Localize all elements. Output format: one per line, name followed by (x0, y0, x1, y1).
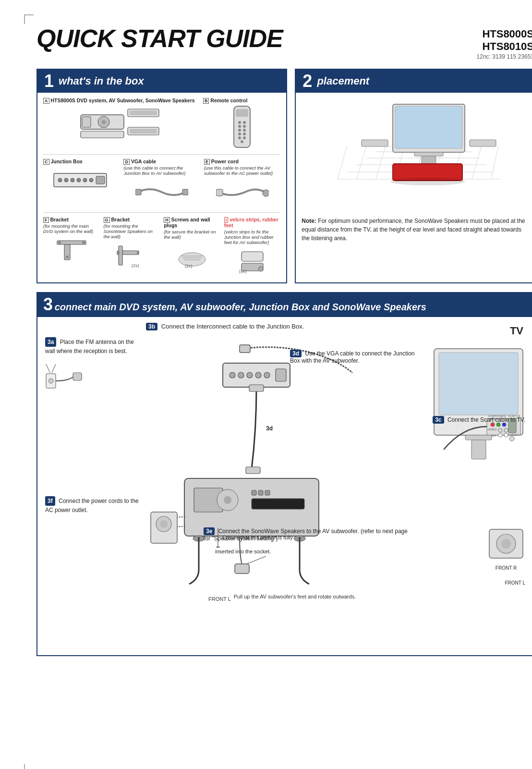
section3-content: 3a Place the FM antenna on the wall wher… (36, 317, 532, 656)
bracket-g-img: (2x) (104, 241, 160, 270)
svg-line-80 (52, 364, 56, 373)
svg-rect-29 (96, 176, 105, 184)
section1-panel: 1 what's in the box A HTS8000S DVD syste… (36, 69, 287, 283)
front-l-label: FRONT L (505, 580, 525, 586)
svg-point-15 (238, 129, 241, 132)
svg-rect-99 (252, 499, 304, 509)
item-E: E Power cord (use this cable to connect … (204, 159, 280, 208)
svg-point-37 (82, 241, 85, 244)
item-H: H Screws and wall plugs (for secure the … (164, 217, 220, 278)
svg-line-103 (247, 556, 266, 564)
section2-title: placement (317, 75, 369, 87)
item-F: F Bracket (for mounting the main DVD sys… (43, 217, 100, 278)
svg-point-83 (230, 372, 235, 378)
page-title: QUICK START GUIDE (36, 24, 283, 53)
velcro-img: (4x) (224, 247, 281, 276)
main-connection-svg: 3d (146, 334, 415, 623)
svg-rect-70 (414, 152, 443, 156)
svg-point-38 (66, 256, 69, 258)
svg-point-23 (58, 178, 62, 182)
svg-point-17 (238, 133, 241, 135)
svg-text:S-VIDEO: S-VIDEO (508, 433, 519, 436)
svg-point-12 (243, 121, 246, 124)
svg-text:(4x): (4x) (239, 269, 247, 274)
svg-line-60 (357, 146, 366, 179)
svg-point-52 (258, 267, 263, 271)
ensure-text: Ensure that this portion is fully insert… (215, 528, 302, 556)
svg-rect-127 (465, 435, 492, 440)
svg-point-11 (238, 121, 241, 124)
svg-rect-31 (182, 189, 188, 195)
svg-rect-81 (240, 345, 250, 353)
svg-rect-74 (362, 140, 388, 146)
svg-point-21 (241, 140, 243, 143)
front-r-label: FRONT R (487, 565, 525, 571)
svg-point-85 (247, 372, 253, 378)
svg-rect-7 (130, 129, 157, 134)
svg-rect-89 (249, 385, 264, 391)
item-D: D VGA cable (use this cable to connect t… (123, 159, 200, 208)
dvd-system-img (43, 105, 198, 139)
screws-img: (2x) (164, 242, 220, 270)
svg-point-42 (137, 252, 139, 254)
center-col: 3b Connect the Interconnect cable to the… (141, 323, 420, 649)
svg-point-13 (238, 125, 241, 128)
svg-rect-30 (135, 189, 141, 195)
connection-diagram: 3a Place the FM antenna on the wall wher… (45, 323, 525, 649)
svg-point-2 (102, 120, 106, 124)
svg-point-24 (64, 178, 68, 182)
step-3d: 3d Use the VGA cable to connect the Junc… (290, 350, 415, 364)
item-C: C Junction Box (43, 159, 120, 208)
svg-rect-75 (470, 140, 496, 146)
svg-line-66 (472, 146, 482, 179)
svg-rect-10 (236, 109, 248, 117)
svg-point-20 (243, 136, 246, 139)
step-3b: 3b Connect the Interconnect cable to the… (146, 323, 415, 330)
svg-point-125 (509, 436, 514, 441)
model-code: 12nc: 3139 115 23653 (477, 53, 532, 60)
section3-number: 3 (43, 294, 53, 314)
placement-note: Note: For optimum sound performance, the… (296, 213, 532, 246)
model-name-1: HTS8000S (477, 28, 532, 40)
svg-rect-32 (216, 189, 223, 196)
section1-number: 1 (44, 73, 54, 90)
section2-panel: 2 placement (295, 69, 532, 283)
svg-point-84 (238, 372, 244, 378)
placement-illustration (296, 93, 532, 213)
svg-point-119 (504, 428, 508, 432)
remote-img (203, 105, 280, 148)
section1-content: A HTS8000S DVD system, AV Subwoofer, Son… (37, 93, 286, 282)
step-3c: 3c Connect the Scart cable to TV. (433, 416, 525, 424)
svg-rect-109 (439, 353, 518, 415)
svg-line-67 (491, 146, 498, 179)
title-text: QUICK START GUIDE (36, 24, 283, 52)
svg-point-87 (264, 372, 270, 378)
svg-text:VIDEO: VIDEO (488, 428, 497, 431)
power-cord-img (204, 178, 280, 207)
fm-antenna-img (45, 359, 141, 400)
svg-text:(2x): (2x) (132, 263, 139, 268)
item-G: G Bracket (for mounting the SonoWave Spe… (104, 217, 160, 278)
svg-point-107 (160, 520, 168, 528)
svg-rect-96 (252, 490, 256, 495)
svg-rect-97 (258, 490, 263, 495)
svg-rect-8 (81, 131, 124, 138)
svg-line-61 (376, 146, 386, 179)
section3-title: connect main DVD system, AV subwoofer, J… (55, 302, 426, 312)
vga-cable-img (123, 178, 200, 207)
tv-label: TV (508, 323, 525, 339)
header: QUICK START GUIDE HTS8000S HTS8010S 12nc… (36, 19, 532, 60)
svg-point-27 (83, 178, 87, 182)
svg-point-18 (243, 133, 246, 135)
item-A: A HTS8000S DVD system, AV Subwoofer, Son… (43, 98, 198, 150)
svg-point-41 (118, 252, 120, 254)
model-name-2: HTS8010S (477, 40, 532, 53)
left-col: 3a Place the FM antenna on the wall wher… (45, 323, 141, 649)
svg-rect-5 (130, 110, 157, 115)
svg-text:3d: 3d (266, 425, 273, 432)
svg-point-33 (263, 190, 269, 196)
svg-text:FRONT L: FRONT L (208, 596, 231, 602)
section1-header: 1 what's in the box (37, 70, 286, 93)
svg-rect-98 (265, 490, 270, 495)
section2-number: 2 (302, 73, 312, 90)
